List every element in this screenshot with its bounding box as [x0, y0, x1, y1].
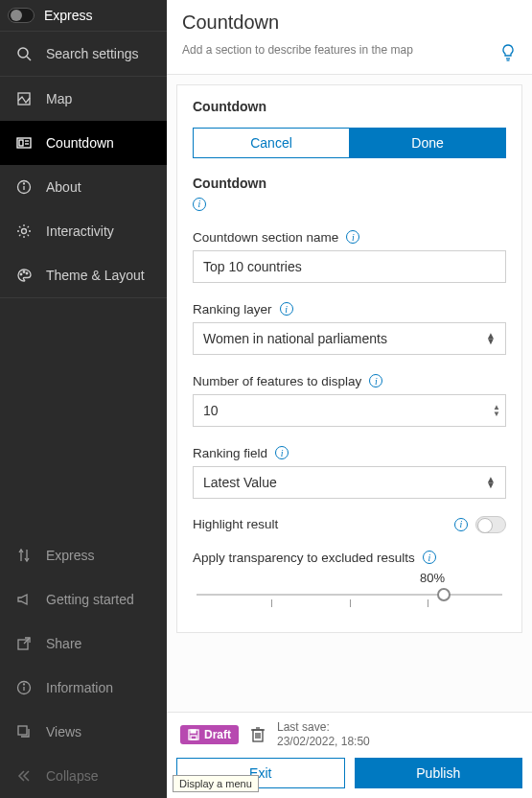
- info-icon[interactable]: i: [280, 302, 293, 316]
- info-icon: [15, 178, 33, 196]
- done-button[interactable]: Done: [349, 128, 506, 158]
- sidebar-item-information[interactable]: Information: [0, 666, 167, 710]
- chevron-down-icon[interactable]: ▼: [493, 411, 500, 417]
- sidebar-item-label: Views: [46, 724, 81, 739]
- sidebar-item-label: Map: [46, 91, 72, 106]
- slider-thumb[interactable]: [437, 588, 451, 601]
- select-value: Women in national parliaments: [203, 331, 387, 346]
- info-icon[interactable]: i: [423, 551, 436, 564]
- sidebar-item-label: Collapse: [46, 768, 98, 784]
- expand-arrows-icon: [15, 547, 33, 564]
- sidebar-item-collapse[interactable]: Collapse: [0, 754, 167, 798]
- svg-rect-4: [19, 140, 23, 146]
- transparency-slider[interactable]: 80%: [193, 571, 506, 613]
- field-label: Ranking layer: [193, 302, 272, 317]
- field-ranking-layer: Ranking layer i Women in national parlia…: [193, 302, 506, 355]
- sidebar-item-interactivity[interactable]: Interactivity: [0, 209, 167, 253]
- num-features-input[interactable]: [193, 394, 506, 427]
- field-num-features: Number of features to display i ▲ ▼: [193, 374, 506, 427]
- map-icon: [15, 90, 33, 107]
- slider-track: [197, 594, 502, 596]
- field-label: Apply transparency to excluded results: [193, 551, 415, 565]
- select-value: Latest Value: [203, 475, 277, 490]
- svg-point-13: [26, 272, 28, 274]
- svg-point-11: [20, 273, 22, 275]
- field-section-name: Countdown section name i: [193, 230, 506, 283]
- svg-line-17: [24, 638, 30, 644]
- save-icon: [188, 729, 199, 740]
- svg-point-0: [18, 48, 28, 58]
- sidebar-item-theme-layout[interactable]: Theme & Layout: [0, 253, 167, 298]
- express-mode-toggle-row[interactable]: Express: [0, 0, 167, 32]
- field-label: Ranking field: [193, 446, 267, 460]
- svg-point-12: [23, 271, 25, 273]
- sidebar-item-label: About: [46, 179, 81, 195]
- sidebar-item-label: Search settings: [46, 46, 139, 61]
- svg-line-1: [27, 57, 31, 60]
- sidebar-item-label: Theme & Layout: [46, 268, 145, 283]
- highlight-switch[interactable]: [475, 516, 506, 533]
- sidebar-item-getting-started[interactable]: Getting started: [0, 577, 167, 622]
- sidebar-item-label: Interactivity: [46, 223, 114, 239]
- sidebar-item-express[interactable]: Express: [0, 533, 167, 577]
- sidebar-bottom-group: Express Getting started Share Informatio…: [0, 533, 167, 798]
- sidebar-item-label: Information: [46, 680, 113, 695]
- sidebar-item-countdown[interactable]: Countdown: [0, 121, 167, 165]
- chevron-updown-icon: ▲▼: [486, 477, 496, 488]
- config-scroll-area[interactable]: Countdown Cancel Done Countdown i Countd…: [167, 75, 532, 712]
- palette-icon: [15, 267, 33, 284]
- cancel-button[interactable]: Cancel: [193, 128, 349, 158]
- draft-badge: Draft: [180, 725, 239, 744]
- svg-rect-26: [191, 736, 197, 739]
- sidebar: Express Search settings Map Countdown Ab: [0, 0, 167, 798]
- info-icon[interactable]: i: [454, 518, 468, 531]
- lightbulb-icon[interactable]: [499, 43, 517, 64]
- megaphone-icon: [15, 591, 33, 608]
- svg-point-10: [22, 229, 27, 234]
- slider-value-label: 80%: [420, 571, 445, 585]
- field-label: Highlight result: [193, 517, 278, 531]
- subsection-title: Countdown: [193, 176, 266, 191]
- sidebar-item-views[interactable]: Views: [0, 710, 167, 754]
- section-name-input[interactable]: [193, 250, 506, 283]
- share-icon: [15, 635, 33, 652]
- action-button-row: Cancel Done: [193, 128, 506, 158]
- field-ranking-field: Ranking field i Latest Value ▲▼: [193, 446, 506, 499]
- info-icon[interactable]: i: [275, 446, 289, 459]
- panel-header: Countdown Add a section to describe feat…: [167, 0, 532, 75]
- last-save-label: Last save:: [277, 720, 370, 736]
- sidebar-item-map[interactable]: Map: [0, 77, 167, 121]
- draft-label: Draft: [204, 728, 231, 741]
- svg-rect-21: [18, 726, 27, 735]
- sidebar-item-share[interactable]: Share: [0, 622, 167, 666]
- sidebar-item-about[interactable]: About: [0, 165, 167, 209]
- chevrons-left-icon: [15, 767, 33, 785]
- number-stepper[interactable]: ▲ ▼: [493, 404, 500, 417]
- sidebar-item-label: Express: [46, 548, 95, 563]
- ranking-field-select[interactable]: Latest Value ▲▼: [193, 466, 506, 499]
- express-label: Express: [44, 8, 93, 23]
- sidebar-top-group: Express Search settings Map Countdown Ab: [0, 0, 167, 533]
- publish-button[interactable]: Publish: [355, 758, 523, 788]
- sidebar-item-label: Getting started: [46, 592, 134, 607]
- svg-rect-25: [191, 730, 196, 733]
- info-icon[interactable]: i: [193, 198, 206, 211]
- info-icon: [15, 679, 33, 696]
- svg-point-20: [24, 684, 25, 685]
- trash-icon[interactable]: [250, 726, 266, 743]
- page-title: Countdown: [182, 12, 517, 34]
- tooltip: Display a menu: [173, 775, 259, 792]
- toggle-off-icon[interactable]: [8, 8, 35, 23]
- countdown-icon: [15, 134, 33, 152]
- status-row: Draft Last save: 23/02/2022, 18:50: [176, 720, 522, 750]
- ranking-layer-select[interactable]: Women in national parliaments ▲▼: [193, 322, 506, 355]
- last-save-value: 23/02/2022, 18:50: [277, 735, 370, 750]
- field-label: Number of features to display: [193, 374, 361, 388]
- sidebar-search-settings[interactable]: Search settings: [0, 32, 167, 77]
- gear-icon: [15, 223, 33, 240]
- info-icon[interactable]: i: [346, 230, 359, 244]
- info-icon[interactable]: i: [369, 374, 382, 387]
- main-panel: Countdown Add a section to describe feat…: [167, 0, 532, 798]
- page-description: Add a section to describe features in th…: [182, 43, 490, 57]
- field-transparency: Apply transparency to excluded results i…: [193, 551, 506, 613]
